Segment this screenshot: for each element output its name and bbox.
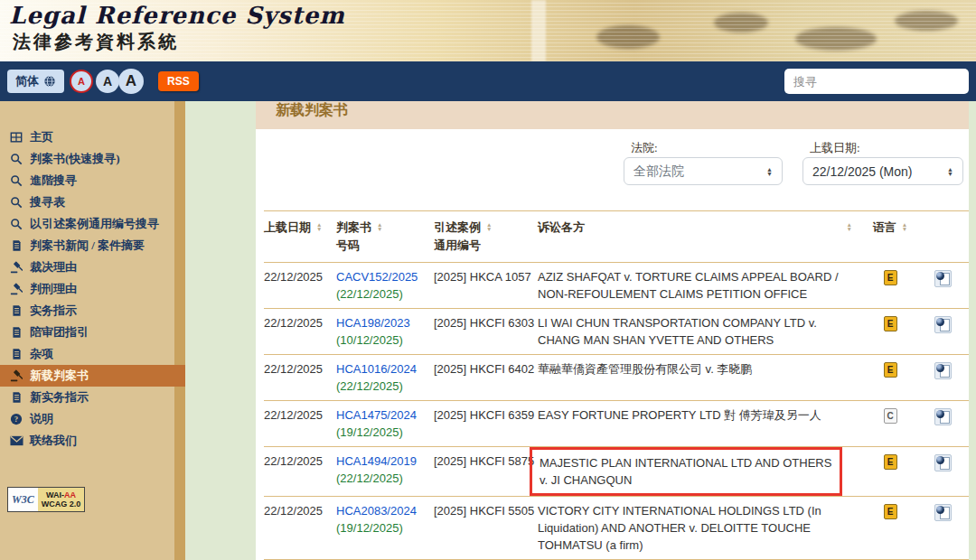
web-version-cell — [917, 502, 969, 554]
parties-text: VICTORY CITY INTERNATIONAL HOLDINGS LTD … — [538, 502, 852, 554]
language-cell: E — [863, 314, 917, 349]
sidebar-item[interactable]: 判案书(快速搜寻) — [0, 148, 185, 170]
case-number-link[interactable]: HCA1494/2019 — [336, 454, 417, 468]
sidebar-item[interactable]: 主页 — [0, 126, 185, 148]
sidebar-item[interactable]: ?说明 — [0, 408, 185, 430]
doc-icon — [9, 303, 23, 318]
case-number-link[interactable]: HCA2083/2024 — [336, 504, 417, 518]
case-number-link[interactable]: HCA198/2023 — [336, 316, 410, 330]
home-icon — [9, 130, 23, 145]
parties-cell: VICTORY CITY INTERNATIONAL HOLDINGS LTD … — [538, 502, 863, 554]
judgment-row: 22/12/2025HCA1016/2024(22/12/2025)[2025]… — [264, 354, 969, 400]
globe-doc-icon[interactable] — [934, 270, 952, 287]
sidebar-item[interactable]: 以引述案例通用编号搜寻 — [0, 213, 185, 235]
language-E-icon[interactable]: E — [884, 316, 897, 331]
upload-date-filter-label: 上载日期: — [810, 140, 860, 156]
sort-toggle-icon[interactable]: ▲▼ — [902, 222, 907, 231]
sidebar-item[interactable]: 判案书新闻 / 案件摘要 — [0, 235, 185, 257]
sidebar-item[interactable]: 判刑理由 — [0, 278, 185, 300]
simplified-chinese-button[interactable]: 简体 — [7, 70, 64, 93]
parties-cell: AZIZ SHAFQAT v. TORTURE CLAIMS APPEAL BO… — [538, 268, 863, 303]
select-caret-icon: ▲▼ — [766, 167, 773, 176]
judgment-date: (19/12/2025) — [336, 521, 403, 535]
language-E-icon[interactable]: E — [884, 454, 897, 470]
column-header-label: 上载日期 — [264, 219, 311, 237]
parties-text: LI WAI CHUN TRANSPORTATION COMPANY LTD v… — [538, 314, 852, 349]
parties-cell: EASY FORTUNE PROPERTY LTD 對 傅芳瑋及另一人 — [538, 406, 863, 441]
case-number-link[interactable]: CACV152/2025 — [336, 270, 418, 284]
search-input[interactable] — [784, 69, 969, 94]
rss-button[interactable]: RSS — [158, 71, 199, 91]
sidebar-item[interactable]: 陪审团指引 — [0, 322, 185, 343]
sort-toggle-icon[interactable]: ▲▼ — [847, 222, 852, 231]
font-size-large-label: A — [126, 72, 136, 90]
rss-label: RSS — [167, 75, 190, 88]
upload-date-select-value: 22/12/2025 (Mon) — [812, 164, 913, 179]
font-size-small-button[interactable]: A — [70, 70, 93, 93]
sidebar-item-label: 说明 — [30, 411, 53, 427]
language-E-icon[interactable]: E — [884, 362, 897, 378]
sidebar-item[interactable]: 联络我们 — [0, 430, 185, 452]
language-C-icon[interactable]: C — [884, 408, 897, 424]
court-filter-label: 法院: — [631, 140, 658, 156]
search-icon — [9, 173, 23, 188]
sidebar-item[interactable]: 新载判案书 — [0, 365, 185, 387]
case-number-cell: HCA1475/2024(19/12/2025) — [336, 406, 434, 441]
sidebar: 主页判案书(快速搜寻)進階搜寻搜寻表以引述案例通用编号搜寻判案书新闻 / 案件摘… — [0, 101, 185, 560]
globe-doc-icon[interactable] — [934, 504, 952, 521]
w3c-logo: W3C — [8, 488, 38, 511]
sidebar-item-label: 新实务指示 — [30, 389, 89, 406]
sidebar-item[interactable]: 新实务指示 — [0, 387, 185, 408]
search-icon — [9, 195, 23, 210]
main-content: 新载判案书 法院: 全部法院 ▲▼ 上载日期: 22/12/2025 (Mon)… — [256, 101, 969, 560]
column-header: 上载日期▲▼ — [264, 219, 336, 255]
web-version-cell — [917, 268, 969, 303]
doc-icon — [9, 325, 23, 340]
sidebar-item-label: 新载判案书 — [30, 368, 89, 384]
case-number-cell: HCA1016/2024(22/12/2025) — [336, 360, 434, 395]
banner-title: Legal Reference System — [9, 2, 345, 29]
font-size-medium-label: A — [103, 74, 112, 89]
font-size-medium-button[interactable]: A — [96, 70, 119, 93]
globe-doc-icon[interactable] — [934, 454, 952, 471]
font-size-small-label: A — [78, 76, 85, 87]
globe-doc-icon[interactable] — [934, 408, 952, 425]
column-header: 判案书号码▲▼ — [336, 219, 434, 255]
language-cell: E — [863, 268, 917, 303]
court-select[interactable]: 全部法院 ▲▼ — [624, 157, 783, 185]
sidebar-item[interactable]: 裁决理由 — [0, 257, 185, 278]
sort-toggle-icon[interactable]: ▲▼ — [486, 222, 492, 231]
upload-date-cell: 22/12/2025 — [264, 453, 336, 490]
globe-doc-icon[interactable] — [934, 362, 952, 379]
wcag-badge[interactable]: W3C WAI-AA WCAG 2.0 — [7, 487, 85, 512]
case-number-link[interactable]: HCA1016/2024 — [336, 362, 417, 376]
sidebar-item-label: 联络我们 — [30, 433, 77, 449]
highlight-box: MAJESTIC PLAN INTERNATIONAL LTD AND OTHE… — [530, 447, 842, 496]
language-E-icon[interactable]: E — [884, 504, 897, 519]
court-select-value: 全部法院 — [633, 163, 684, 180]
sidebar-item-label: 判案书(快速搜寻) — [30, 151, 120, 167]
globe-icon — [43, 75, 56, 88]
sidebar-item[interactable]: 進階搜寻 — [0, 170, 185, 191]
table-header-row: 上载日期▲▼判案书号码▲▼引述案例通用编号▲▼诉讼各方▲▼语言▲▼ — [264, 210, 969, 263]
sort-toggle-icon[interactable]: ▲▼ — [377, 222, 382, 231]
sidebar-item-label: 杂项 — [30, 346, 53, 362]
search-icon — [9, 152, 23, 166]
web-version-cell — [917, 406, 969, 441]
judgment-row: 22/12/2025HCA1494/2019(22/12/2025)[2025]… — [264, 446, 969, 496]
envelope-icon — [9, 434, 23, 448]
parties-cell: LI WAI CHUN TRANSPORTATION COMPANY LTD v… — [538, 314, 863, 349]
sidebar-item[interactable]: 杂项 — [0, 343, 185, 365]
sidebar-item[interactable]: 实务指示 — [0, 300, 185, 322]
sort-toggle-icon[interactable]: ▲▼ — [316, 222, 322, 231]
column-header — [917, 219, 969, 255]
page-title-strip: 新载判案书 — [256, 101, 969, 129]
upload-date-select[interactable]: 22/12/2025 (Mon) ▲▼ — [802, 157, 963, 185]
case-number-link[interactable]: HCA1475/2024 — [336, 408, 417, 422]
case-number-cell: HCA2083/2024(19/12/2025) — [336, 502, 434, 554]
column-header-label: 引述案例通用编号 — [434, 219, 481, 255]
sidebar-item[interactable]: 搜寻表 — [0, 191, 185, 213]
font-size-large-button[interactable]: A — [118, 69, 144, 94]
language-E-icon[interactable]: E — [884, 270, 897, 285]
globe-doc-icon[interactable] — [934, 316, 952, 333]
